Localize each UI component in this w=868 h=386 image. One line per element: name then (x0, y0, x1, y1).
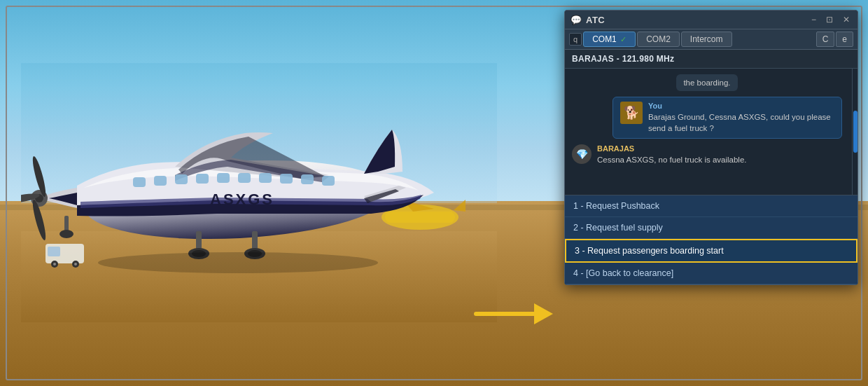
title-bar: 💬 ATC − ⊡ ✕ (565, 11, 858, 29)
svg-rect-19 (154, 176, 167, 186)
message-other: the boarding. (676, 74, 737, 91)
title-bar-controls: − ⊡ ✕ (809, 14, 852, 25)
message-you-text: Barajas Ground, Cessna ASXGS, could you … (648, 111, 834, 134)
svg-rect-20 (175, 174, 188, 184)
option-4[interactable]: 4 - [Go back to clearance] (565, 263, 858, 284)
tab-com1[interactable]: COM1 ✓ (583, 32, 636, 47)
close-button[interactable]: ✕ (841, 14, 852, 25)
avatar-barajas: 💎 (572, 144, 592, 164)
frequency-bar: BARAJAS - 121.980 MHz (565, 50, 858, 69)
options-list: 1 - Request Pushback 2 - Request fuel su… (565, 195, 858, 284)
tab-q[interactable]: q (569, 33, 582, 46)
tabs-row: q COM1 ✓ COM2 Intercom C e (565, 29, 858, 50)
svg-point-36 (59, 230, 74, 238)
restore-button[interactable]: ⊡ (824, 14, 835, 25)
svg-rect-7 (48, 247, 60, 256)
atc-icon: 💬 (570, 15, 582, 25)
window-title: ATC (586, 15, 605, 25)
frequency-label: BARAJAS - 121.980 MHz (572, 54, 674, 64)
scroll-thumb[interactable] (853, 111, 858, 153)
svg-rect-24 (259, 173, 272, 183)
tab-com2[interactable]: COM2 (637, 32, 680, 47)
scrollbar[interactable] (852, 69, 858, 195)
com1-check-icon: ✓ (620, 35, 626, 43)
svg-point-9 (53, 263, 56, 266)
message-you: 🐕 You Barajas Ground, Cessna ASXGS, coul… (612, 97, 842, 139)
option-2[interactable]: 2 - Request fuel supply (565, 217, 858, 239)
airplane: ASXGS (21, 63, 497, 322)
svg-point-11 (74, 263, 77, 266)
tab-intercom[interactable]: Intercom (681, 32, 732, 47)
svg-rect-25 (280, 174, 293, 184)
svg-rect-22 (217, 173, 230, 183)
sender-you-name: You (648, 102, 834, 110)
avatar-you: 🐕 (620, 102, 643, 124)
svg-rect-1 (21, 231, 497, 322)
svg-text:ASXGS: ASXGS (210, 191, 274, 208)
message-barajas: 💎 BARAJAS Cessna ASXGS, no fuel truck is… (572, 144, 747, 165)
svg-rect-26 (301, 174, 314, 184)
svg-point-37 (98, 252, 378, 273)
message-text: the boarding. (683, 78, 730, 87)
svg-rect-3 (385, 212, 455, 223)
tab-c[interactable]: C (816, 32, 835, 47)
title-bar-left: 💬 ATC (570, 15, 605, 25)
atc-panel: 💬 ATC − ⊡ ✕ q COM1 ✓ COM2 Intercom C e B… (564, 10, 858, 285)
minimize-button[interactable]: − (809, 14, 818, 25)
message-barajas-text: Cessna ASXGS, no fuel truck is available… (597, 154, 747, 165)
svg-rect-18 (133, 177, 146, 187)
tab-e[interactable]: e (836, 32, 853, 47)
sender-barajas-name: BARAJAS (597, 144, 747, 153)
option-3[interactable]: 3 - Request passengers boarding start (565, 239, 858, 263)
svg-rect-23 (238, 173, 251, 183)
chat-area[interactable]: the boarding. 🐕 You Barajas Ground, Cess… (565, 69, 852, 195)
svg-rect-27 (322, 176, 335, 186)
option-1[interactable]: 1 - Request Pushback (565, 195, 858, 217)
svg-rect-21 (196, 174, 209, 184)
